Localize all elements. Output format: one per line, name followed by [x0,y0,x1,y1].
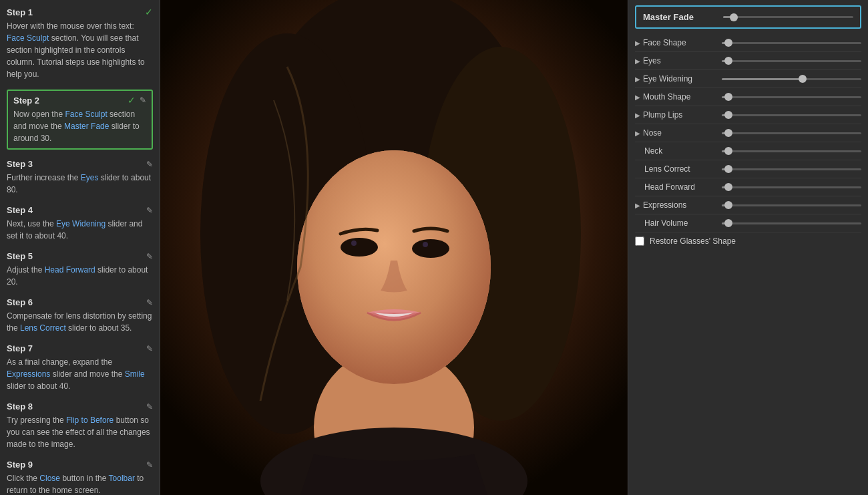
step-6-link-lens-correct[interactable]: Lens Correct [20,323,66,333]
step-1-link-face-sculpt[interactable]: Face Sculpt [7,33,49,43]
face-sculpt-panel: Master Fade ▶ Face Shape [628,0,868,495]
step-9-link-toolbar[interactable]: Toolbar [109,474,135,483]
step-5-title: Step 5 [7,251,33,261]
svg-point-8 [341,238,378,257]
step-3-title: Step 3 [7,159,33,169]
step-8-edit[interactable]: ✎ [146,402,153,411]
eye-widening-label: ▶ Eye Widening [635,74,722,84]
eyes-thumb[interactable] [724,57,732,65]
step-4-link-eye-widening[interactable]: Eye Widening [56,219,105,228]
step-2-link-face-sculpt[interactable]: Face Sculpt [65,110,107,119]
head-forward-thumb[interactable] [724,183,732,191]
step-7-title: Step 7 [7,343,33,353]
face-shape-label: ▶ Face Shape [635,38,722,47]
eyes-arrow[interactable]: ▶ [635,57,640,65]
restore-glasses-label: Restore Glasses' Shape [650,236,736,246]
face-shape-slider[interactable] [722,42,861,44]
hair-volume-slider[interactable] [722,222,861,224]
lens-correct-track [722,168,861,170]
neck-slider[interactable] [722,150,861,152]
restore-glasses-checkbox[interactable] [635,236,644,246]
step-4-edit[interactable]: ✎ [146,206,153,215]
expressions-row: ▶ Expressions [635,196,861,214]
step-6: Step 6 ✎ Compensate for lens distortion … [7,297,153,334]
nose-row: ▶ Nose [635,124,861,142]
face-shape-thumb[interactable] [724,39,732,47]
step-1-body: Hover with the mouse over this text: Fac… [7,20,153,80]
eye-widening-row: ▶ Eye Widening [635,70,861,88]
eyes-track [722,60,861,62]
step-7: Step 7 ✎ As a final change, expand the E… [7,343,153,392]
step-8: Step 8 ✎ Try pressing the Flip to Before… [7,401,153,450]
nose-slider[interactable] [722,132,861,134]
step-3-edit[interactable]: ✎ [146,160,153,169]
step-2-title: Step 2 [13,96,39,106]
step-9-link-close[interactable]: Close [39,474,60,483]
step-6-title: Step 6 [7,297,33,307]
step-4-body: Next, use the Eye Widening slider and se… [7,218,153,242]
lens-correct-thumb[interactable] [724,165,732,173]
step-2-link-master-fade[interactable]: Master Fade [64,122,109,131]
nose-track [722,132,861,134]
step-2: Step 2 ✓ ✎ Now open the Face Sculpt sect… [7,90,153,150]
tutorial-panel: Step 1 ✓ Hover with the mouse over this … [0,0,160,495]
step-4-title: Step 4 [7,205,33,215]
neck-label: Neck [635,146,722,156]
step-1-title: Step 1 [7,7,33,17]
eye-widening-arrow[interactable]: ▶ [635,75,640,83]
step-6-edit[interactable]: ✎ [146,298,153,307]
plump-lips-label: ▶ Plump Lips [635,110,722,120]
step-5-edit[interactable]: ✎ [146,252,153,261]
expressions-slider[interactable] [722,204,861,206]
step-5-link-head-forward[interactable]: Head Forward [45,265,95,275]
lens-correct-row: Lens Correct [635,160,861,178]
svg-point-11 [423,242,428,247]
mouth-shape-arrow[interactable]: ▶ [635,94,640,101]
eyes-row: ▶ Eyes [635,52,861,70]
eyes-slider[interactable] [722,60,861,62]
face-shape-arrow[interactable]: ▶ [635,39,640,47]
plump-lips-row: ▶ Plump Lips [635,106,861,124]
master-fade-slider-container[interactable] [723,16,853,18]
nose-thumb[interactable] [724,129,732,137]
lens-correct-slider[interactable] [722,168,861,170]
step-9-body: Click the Close button in the Toolbar to… [7,472,153,495]
restore-glasses-row: Restore Glasses' Shape [635,232,861,250]
step-7-edit[interactable]: ✎ [146,344,153,353]
nose-label: ▶ Nose [635,128,722,138]
step-7-link-expressions[interactable]: Expressions [7,369,50,379]
eye-widening-slider[interactable] [722,78,861,80]
master-fade-label: Master Fade [643,12,716,22]
hair-volume-thumb[interactable] [724,219,732,227]
expressions-arrow[interactable]: ▶ [635,202,640,209]
plump-lips-thumb[interactable] [724,111,732,119]
eye-widening-thumb[interactable] [799,75,807,83]
step-7-link-smile[interactable]: Smile [125,369,145,379]
neck-thumb[interactable] [724,147,732,155]
step-5-body: Adjust the Head Forward slider to about … [7,264,153,288]
expressions-thumb[interactable] [724,201,732,209]
step-3-link-eyes[interactable]: Eyes [81,173,99,182]
expressions-track [722,204,861,206]
step-5: Step 5 ✎ Adjust the Head Forward slider … [7,251,153,288]
step-3-body: Further increase the Eyes slider to abou… [7,172,153,196]
step-9-edit[interactable]: ✎ [146,460,153,470]
mouth-shape-slider[interactable] [722,96,861,98]
hair-volume-track [722,222,861,224]
expressions-label: ▶ Expressions [635,200,722,210]
face-shape-track [722,42,861,44]
plump-lips-slider[interactable] [722,114,861,116]
plump-lips-arrow[interactable]: ▶ [635,112,640,119]
master-fade-thumb[interactable] [730,13,738,21]
step-8-body: Try pressing the Flip to Before button s… [7,414,153,450]
head-forward-row: Head Forward [635,178,861,196]
step-2-edit[interactable]: ✎ [140,96,146,105]
nose-arrow[interactable]: ▶ [635,130,640,137]
step-9-title: Step 9 [7,460,33,470]
mouth-shape-thumb[interactable] [724,93,732,101]
head-forward-slider[interactable] [722,186,861,188]
portrait-area [160,0,628,495]
neck-row: Neck [635,142,861,160]
step-9: Step 9 ✎ Click the Close button in the T… [7,460,153,495]
step-8-link-flip-to-before[interactable]: Flip to Before [66,416,114,425]
